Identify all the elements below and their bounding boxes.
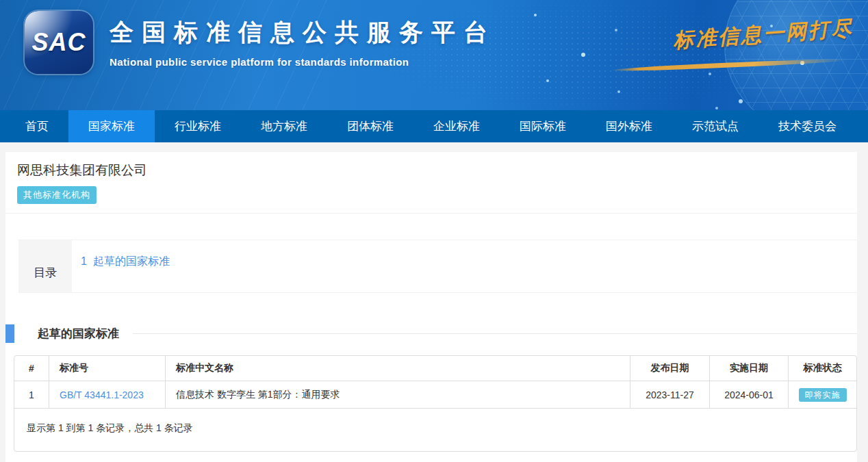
site-title: 全国标准信息公共服务平台 — [110, 16, 496, 49]
site-title-block: 全国标准信息公共服务平台 National public service pla… — [110, 16, 496, 68]
org-type-badge: 其他标准化机构 — [17, 186, 97, 204]
row-status-cell: 即将实施 — [788, 381, 856, 408]
row-std-no-cell: GB/T 43441.1-2023 — [49, 381, 165, 408]
std-no-link[interactable]: GB/T 43441.1-2023 — [60, 389, 144, 400]
sac-logo[interactable]: SAC — [25, 11, 93, 74]
org-divider — [5, 213, 857, 214]
col-header-index: # — [14, 356, 49, 381]
toc-label: 目录 — [34, 265, 57, 281]
sparkle-dots-decor — [534, 14, 537, 16]
nav-item-home[interactable]: 首页 — [5, 110, 68, 142]
section-header: 起草的国家标准 — [5, 324, 857, 343]
org-name: 网思科技集团有限公司 — [5, 152, 857, 179]
nav-item-technical-committees[interactable]: 技术委员会 — [758, 110, 856, 142]
standards-table: # 标准号 标准中文名称 发布日期 实施日期 标准状态 1 GB/T 43441… — [14, 355, 857, 452]
table-record-summary: 显示第 1 到第 1 条记录，总共 1 条记录 — [14, 409, 856, 451]
nav-item-group-standards[interactable]: 团体标准 — [327, 110, 413, 142]
section-marker — [5, 324, 14, 343]
col-header-implement-date: 实施日期 — [709, 356, 788, 381]
toc-link-drafted-standards[interactable]: 起草的国家标准 — [93, 255, 170, 267]
content-panel: 网思科技集团有限公司 其他标准化机构 目录 1起草的国家标准 起草的国家标准 #… — [5, 152, 857, 462]
status-badge: 即将实施 — [799, 388, 847, 402]
toc-label-cell: 目录 — [18, 240, 72, 292]
nav-item-local-standards[interactable]: 地方标准 — [241, 110, 327, 142]
col-header-status: 标准状态 — [788, 356, 856, 381]
nav-item-enterprise-standards[interactable]: 企业标准 — [413, 110, 500, 142]
nav-item-foreign-standards[interactable]: 国外标准 — [586, 110, 672, 142]
toc-section: 目录 1起草的国家标准 — [18, 240, 857, 293]
col-header-publish-date: 发布日期 — [630, 356, 709, 381]
row-index: 1 — [14, 381, 49, 408]
main-nav: 首页 国家标准 行业标准 地方标准 团体标准 企业标准 国际标准 国外标准 示范… — [0, 110, 868, 142]
site-subtitle: National public service platform for sta… — [110, 56, 496, 68]
nav-item-national-standards[interactable]: 国家标准 — [68, 110, 155, 142]
col-header-name: 标准中文名称 — [165, 356, 630, 381]
section-title: 起草的国家标准 — [38, 326, 119, 342]
nav-item-pilot-demos[interactable]: 示范试点 — [672, 110, 758, 142]
toc-item-index: 1 — [81, 255, 87, 267]
row-implement-date: 2024-06-01 — [709, 381, 788, 408]
row-publish-date: 2023-11-27 — [630, 381, 709, 408]
sac-logo-text: SAC — [31, 28, 86, 57]
nav-item-industry-standards[interactable]: 行业标准 — [155, 110, 241, 142]
site-header: SAC 全国标准信息公共服务平台 National public service… — [0, 0, 868, 110]
col-header-std-no: 标准号 — [49, 356, 165, 381]
table-header-row: # 标准号 标准中文名称 发布日期 实施日期 标准状态 — [14, 356, 856, 381]
toc-content: 1起草的国家标准 — [72, 240, 857, 292]
nav-item-international-standards[interactable]: 国际标准 — [500, 110, 586, 142]
table-row: 1 GB/T 43441.1-2023 信息技术 数字孪生 第1部分：通用要求 … — [14, 381, 856, 409]
row-std-name: 信息技术 数字孪生 第1部分：通用要求 — [165, 381, 630, 408]
section-rule-line — [133, 333, 857, 334]
